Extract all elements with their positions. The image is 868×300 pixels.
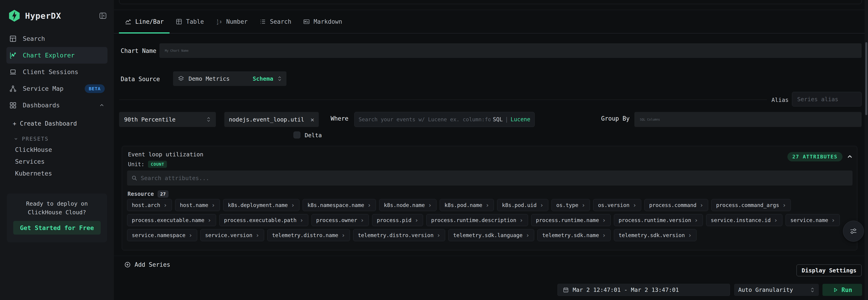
chevron-right-icon: › [602,217,606,223]
attribute-chip[interactable]: host.name› [175,199,220,211]
select-caret-icon [206,116,211,122]
chevron-right-icon: › [582,202,585,208]
footer-divider [114,256,868,256]
sql-toggle[interactable]: SQL [493,116,502,122]
attribute-chip[interactable]: k8s.pod.uid› [497,199,548,211]
preset-item-services[interactable]: Services [15,158,44,165]
tab-number[interactable]: 123 Number [210,10,254,33]
collapse-panel-icon[interactable] [846,153,854,160]
create-dashboard-button[interactable]: + Create Dashboard [13,120,77,127]
lucene-toggle[interactable]: Lucene [510,116,530,122]
attribute-chip-label: k8s.deployment.name [228,202,288,208]
sliders-icon [848,226,859,236]
chevron-up-icon[interactable] [99,102,105,108]
attribute-chip[interactable]: k8s.namespace.name› [303,199,376,211]
attribute-chip-label: process.command [649,202,696,208]
get-started-button[interactable]: Get Started for Free [13,221,101,235]
logo-row: HyperDX [8,8,107,23]
hyperdx-logo-icon [8,9,21,22]
aggregation-select[interactable]: 90th Percentile [119,112,216,127]
attribute-chip-label: host.name [180,202,208,208]
chevron-right-icon: › [700,202,703,208]
alias-divider [119,100,767,100]
filter-settings-fab[interactable] [843,221,864,242]
sidebar-item-search[interactable]: Search [0,30,114,47]
attribute-search-box [127,170,852,186]
attribute-chip-label: os.version [598,202,629,208]
attribute-chip[interactable]: service.namespace› [127,229,197,241]
attribute-chip[interactable]: process.command› [644,199,708,211]
scrollbar-thumb[interactable] [865,42,867,115]
tab-label: Table [186,18,204,25]
attribute-chip[interactable]: telemetry.distro.name› [267,229,350,241]
alias-input[interactable] [797,96,857,103]
preset-item-clickhouse[interactable]: ClickHouse [15,146,52,153]
attribute-chip[interactable]: process.executable.name› [127,214,216,226]
where-search-input[interactable] [359,116,491,122]
collapse-sidebar-icon[interactable] [99,11,107,20]
attribute-chip[interactable]: process.runtime.version› [614,214,703,226]
attribute-chip[interactable]: process.runtime.description› [426,214,528,226]
attribute-chip-label: telemetry.sdk.language [453,232,523,238]
attribute-chip[interactable]: telemetry.sdk.version› [614,229,696,241]
attribute-chip[interactable]: k8s.pod.name› [440,199,494,211]
chevron-right-icon: › [341,232,345,238]
time-range-picker[interactable]: 1 Mar 2 12:47:01 - Mar 2 13:47:01 [557,284,730,296]
attribute-chip[interactable]: telemetry.sdk.language› [448,229,534,241]
where-field-box: SQL | Lucene [354,112,535,127]
data-source-select[interactable]: Demo Metrics Schema [173,71,286,86]
resource-group-label: Resource [127,191,154,197]
chart-name-input[interactable] [165,49,856,52]
sidebar-item-chart-explorer[interactable]: Chart Explorer [6,47,107,63]
attribute-chip[interactable]: telemetry.sdk.name› [537,229,611,241]
service-map-icon [9,85,17,92]
metric-tag[interactable]: nodejs.event_loop.util ✕ [224,112,319,127]
chevron-right-icon: › [291,202,294,208]
chevron-right-icon: › [602,232,606,238]
data-source-value: Demo Metrics [189,76,230,82]
run-button[interactable]: Run [823,284,862,296]
attribute-chip-label: service.version [205,232,252,238]
schema-link[interactable]: Schema [253,76,273,82]
sidebar-item-dashboards[interactable]: Dashboards [0,97,114,113]
tab-search[interactable]: Search [253,10,297,33]
attribute-chip[interactable]: service.instance.id› [706,214,782,226]
attribute-chip[interactable]: telemetry.distro.version› [353,229,445,241]
delta-checkbox[interactable] [293,132,300,138]
chevron-right-icon: › [774,217,778,223]
tab-markdown[interactable]: Markdown [297,10,348,33]
page-scrollbar[interactable] [865,0,868,300]
attribute-chip[interactable]: host.arch› [127,199,172,211]
remove-metric-icon[interactable]: ✕ [311,116,314,123]
attribute-chip[interactable]: k8s.node.name› [379,199,436,211]
attribute-chip[interactable]: process.command_args› [711,199,791,211]
attribute-chip[interactable]: k8s.deployment.name› [223,199,300,211]
group-by-input[interactable] [640,118,856,121]
sidebar-item-client-sessions[interactable]: Client Sessions [0,63,114,80]
attribute-chip[interactable]: process.runtime.name› [531,214,611,226]
tab-line-bar[interactable]: Line/Bar [119,10,169,33]
preset-item-kubernetes[interactable]: Kubernetes [15,170,52,177]
sidebar-item-service-map[interactable]: Service Map BETA [0,80,114,97]
attribute-chip[interactable]: service.name› [785,214,840,226]
attribute-search-input[interactable] [141,175,848,182]
attribute-chip[interactable]: process.owner› [311,214,369,226]
tab-table[interactable]: Table [169,10,210,33]
attribute-chip[interactable]: process.pid› [372,214,423,226]
attribute-chip[interactable]: service.version› [200,229,264,241]
add-series-button[interactable]: Add Series [124,261,170,268]
display-settings-button[interactable]: Display Settings [797,265,862,276]
attribute-chip-label: telemetry.sdk.version [619,232,685,238]
unit-label: Unit: [128,161,144,168]
svg-text:1: 1 [565,290,566,292]
presets-header[interactable]: PRESETS [13,136,49,142]
chevron-right-icon: › [212,202,215,208]
attribute-chip[interactable]: process.executable.path› [219,214,308,226]
attribute-chip-label: process.runtime.version [619,217,691,223]
granularity-select[interactable]: Auto Granularity [734,284,819,296]
markdown-icon [303,18,310,25]
attribute-chip[interactable]: os.version› [593,199,641,211]
unit-row: Unit: COUNT [128,161,167,168]
attribute-chip[interactable]: os.type› [552,199,590,211]
granularity-value: Auto Granularity [738,287,793,293]
